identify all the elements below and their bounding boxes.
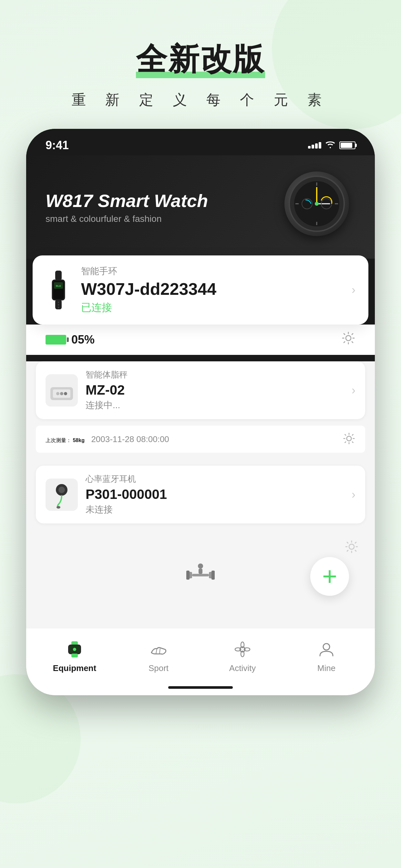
equipment-label: Equipment	[53, 663, 96, 673]
settings-icon-main[interactable]	[341, 331, 356, 348]
svg-point-18	[58, 304, 59, 306]
svg-point-23	[56, 392, 59, 395]
svg-point-25	[64, 392, 67, 395]
device-status-main: 已连接	[81, 301, 342, 315]
device-info-main: 智能手环 W307J-dd223344 已连接	[81, 265, 342, 315]
device-card-info-earphones: 心率蓝牙耳机 P301-000001 未连接	[86, 473, 344, 516]
settings-icon-bottom[interactable]	[344, 539, 359, 557]
svg-rect-35	[192, 574, 209, 577]
equipment-icon	[63, 638, 86, 661]
svg-rect-42	[71, 654, 78, 657]
wifi-icon	[325, 140, 335, 151]
activity-label: Activity	[229, 663, 256, 673]
battery-icon	[339, 142, 356, 149]
bottom-navigation: Equipment Sport	[26, 628, 375, 680]
mine-icon	[315, 638, 338, 661]
earphone-name: P301-000001	[86, 487, 344, 502]
activity-icon	[231, 638, 254, 661]
svg-text:BLE: BLE	[56, 284, 61, 287]
svg-point-26	[347, 436, 351, 441]
nav-mine[interactable]: Mine	[284, 638, 368, 673]
measurement-date: 2003-11-28 08:00:00	[91, 434, 169, 444]
battery-row: 05%	[26, 324, 375, 355]
device-card-main[interactable]: BLE 智能手环 W307J-dd223344 已连接 ›	[33, 255, 368, 324]
svg-point-41	[73, 648, 76, 651]
main-title: 全新改版	[136, 39, 265, 81]
watch-banner: W817 Smart Watch smart & colourfuler & f…	[26, 155, 375, 259]
device-name-main: W307J-dd223344	[81, 279, 342, 299]
battery-bar-icon	[45, 335, 66, 345]
sport-label: Sport	[149, 663, 168, 673]
scale-image	[45, 374, 78, 407]
svg-point-24	[60, 392, 63, 395]
phone-mockup: 9:41	[26, 129, 375, 695]
mine-label: Mine	[317, 663, 335, 673]
nav-equipment[interactable]: Equipment	[33, 638, 117, 673]
dumbbell-icon	[184, 559, 217, 593]
battery-status: 05%	[45, 333, 95, 346]
status-icons	[308, 140, 356, 151]
bottom-area: +	[26, 530, 375, 628]
svg-rect-34	[212, 570, 215, 580]
measurement-value: 58kg	[73, 438, 84, 443]
svg-point-30	[349, 544, 354, 549]
scale-status: 连接中...	[86, 399, 344, 411]
svg-point-48	[323, 644, 330, 650]
phone-container: 9:41	[0, 129, 401, 695]
battery-percent: 05%	[71, 333, 95, 346]
banner-watch-subtitle: smart & colourfuler & fashion	[45, 214, 208, 224]
sport-icon	[147, 638, 170, 661]
home-indicator-area	[26, 680, 375, 695]
settings-icon-scale[interactable]	[343, 432, 356, 446]
measurement-row: 上次测量： 58kg 2003-11-28 08:00:00	[36, 426, 365, 453]
measurement-label: 上次测量： 58kg 2003-11-28 08:00:00	[45, 434, 169, 444]
scale-name: MZ-02	[86, 382, 344, 398]
status-time: 9:41	[45, 138, 69, 152]
svg-point-17	[58, 302, 59, 303]
add-device-button[interactable]: +	[310, 557, 349, 596]
device-card-earphones[interactable]: 心率蓝牙耳机 P301-000001 未连接 ›	[36, 466, 365, 523]
svg-rect-37	[198, 569, 203, 574]
device-category-main: 智能手环	[81, 265, 342, 277]
banner-watch-title: W817 Smart Watch	[45, 190, 208, 211]
chevron-icon-earphones[interactable]: ›	[351, 488, 356, 501]
svg-rect-32	[186, 570, 189, 580]
svg-point-19	[58, 307, 59, 308]
nav-activity[interactable]: Activity	[201, 638, 284, 673]
watch-face-svg	[288, 175, 346, 233]
smartband-svg: BLE	[49, 271, 68, 309]
chevron-icon-scale[interactable]: ›	[351, 383, 356, 397]
svg-point-36	[198, 563, 203, 569]
earphone-category: 心率蓝牙耳机	[86, 473, 344, 485]
svg-point-29	[57, 506, 60, 508]
earphone-status: 未连接	[86, 503, 344, 516]
device-card-scale[interactable]: 智能体脂秤 MZ-02 连接中... ›	[36, 361, 365, 419]
svg-rect-11	[55, 271, 62, 280]
device-card-info-scale: 智能体脂秤 MZ-02 连接中...	[86, 369, 344, 411]
svg-point-4	[315, 202, 319, 206]
svg-point-28	[58, 487, 65, 493]
earphone-image	[45, 478, 78, 511]
svg-point-20	[346, 336, 351, 341]
banner-watch-image	[284, 172, 356, 243]
scale-category: 智能体脂秤	[86, 369, 344, 380]
band-image: BLE	[45, 269, 71, 311]
signal-icon	[308, 142, 321, 149]
chevron-icon-main[interactable]: ›	[351, 283, 356, 297]
phone-inner-content: 智能体脂秤 MZ-02 连接中... › 上次测量： 58kg 2003-11-…	[26, 361, 375, 695]
home-bar	[168, 686, 233, 689]
status-bar: 9:41	[26, 129, 375, 155]
nav-sport[interactable]: Sport	[117, 638, 201, 673]
